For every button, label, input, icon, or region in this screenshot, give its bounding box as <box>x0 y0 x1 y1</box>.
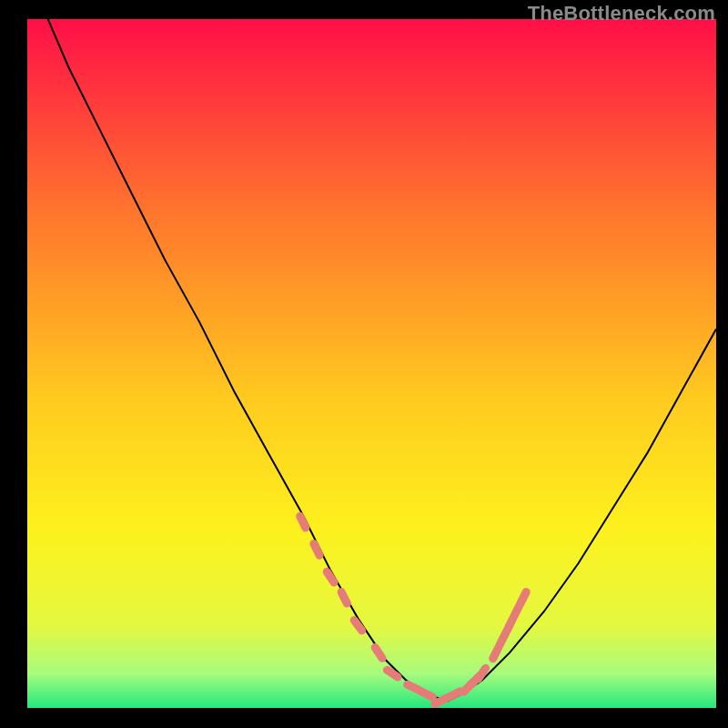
highlight-marker <box>521 592 526 604</box>
curve-layer <box>27 19 716 708</box>
highlight-marker <box>375 648 382 659</box>
highlight-marker <box>435 698 447 703</box>
bottleneck-curve <box>48 19 716 701</box>
highlight-marker <box>300 516 306 528</box>
highlight-marker <box>387 670 398 677</box>
highlight-marker <box>314 544 319 556</box>
highlight-marker <box>507 620 512 632</box>
highlight-marker <box>421 692 433 697</box>
watermark-text: TheBottleneck.com <box>528 2 715 25</box>
highlight-marker <box>341 592 347 604</box>
highlight-marker <box>493 647 499 659</box>
marker-group <box>300 516 527 703</box>
highlight-marker <box>449 692 460 697</box>
plot-area <box>27 19 716 708</box>
highlight-marker <box>500 633 505 645</box>
highlight-marker <box>408 684 420 690</box>
highlight-marker <box>513 606 519 618</box>
